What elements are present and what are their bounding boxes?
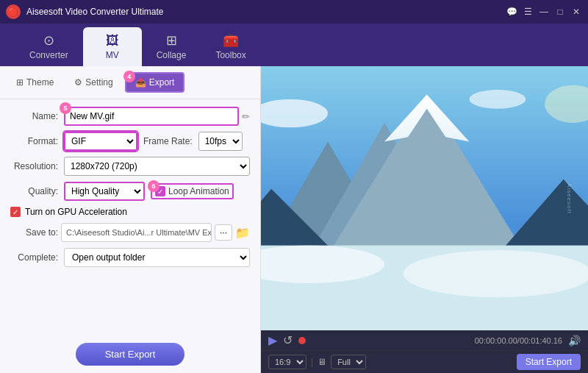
collage-icon: ⊞ (166, 32, 177, 49)
name-row: Name: 5 ✏ (10, 107, 250, 126)
loop-text: Loop Animation (168, 186, 229, 196)
gpu-label: Turn on GPU Acceleration (25, 207, 127, 217)
close-button[interactable]: ✕ (570, 6, 582, 18)
preview-area: Aiseesoft (261, 66, 588, 330)
subtab-export[interactable]: 4 📤 Export (125, 72, 185, 93)
chat-icon[interactable]: 💬 (506, 6, 517, 18)
app-logo: 🔴 (6, 4, 21, 19)
tab-toolbox-label: Toolbox (215, 50, 245, 60)
tab-collage[interactable]: ⊞ Collage (142, 26, 201, 66)
format-label: Format: (10, 136, 58, 146)
maximize-button[interactable]: □ (554, 6, 566, 18)
gpu-row: ✓ Turn on GPU Acceleration (10, 207, 250, 217)
tab-converter[interactable]: ⊙ Converter (15, 26, 83, 66)
toolbox-icon: 🧰 (223, 32, 239, 49)
saveto-label: Save to: (10, 227, 58, 238)
play-button[interactable]: ▶ (268, 333, 277, 347)
resolution-select[interactable]: 1280x720 (720p) 1920x1080 (1080p) (64, 157, 250, 176)
framerate-label: Frame Rate: (143, 136, 193, 146)
nav-tabs: ⊙ Converter 🖼 MV ⊞ Collage 🧰 Toolbox (0, 24, 588, 66)
subtab-setting-label: Setting (85, 77, 112, 88)
menu-icon[interactable]: ☰ (522, 6, 534, 18)
refresh-button[interactable]: ↺ (283, 333, 293, 347)
theme-icon: ⊞ (16, 77, 24, 88)
resolution-label: Resolution: (10, 161, 58, 171)
export-icon: 📤 (135, 77, 146, 88)
complete-label: Complete: (10, 252, 58, 263)
converter-icon: ⊙ (43, 32, 54, 49)
screen-icon: 🖥 (318, 357, 326, 367)
saveto-path: C:\Aiseesoft Studio\Ai...r Ultimate\MV E… (61, 223, 212, 242)
complete-row: Complete: Open output folder Do nothing (10, 248, 250, 267)
right-panel: Aiseesoft ▶ ↺ 00:00:00.00/00:01:40.16 🔊 … (261, 66, 588, 373)
subtab-theme-label: Theme (26, 77, 54, 88)
start-export-left-button[interactable]: Start Export (76, 343, 185, 366)
record-indicator (298, 337, 306, 344)
quality-select[interactable]: High Quality Standard (64, 182, 145, 201)
time-current: 00:00:00.00 (475, 336, 517, 345)
tab-mv-label: MV (106, 50, 119, 60)
resolution-row: Resolution: 1280x720 (720p) 1920x1080 (1… (10, 157, 250, 176)
tab-collage-label: Collage (157, 50, 187, 60)
tab-toolbox[interactable]: 🧰 Toolbox (201, 26, 260, 66)
format-row: Format: GIF MP4 AVI Frame Rate: 10fps 15… (10, 132, 250, 151)
time-total: 00:01:40.16 (520, 336, 562, 345)
quality-row: Quality: High Quality Standard 6 ✓ Loop … (10, 182, 250, 201)
watermark: Aiseesoft (567, 183, 573, 214)
format-select[interactable]: GIF MP4 AVI (64, 132, 137, 151)
svg-point-13 (469, 90, 526, 109)
start-export-right-button[interactable]: Start Export (517, 354, 581, 370)
gpu-checkbox[interactable]: ✓ (10, 207, 21, 217)
loop-label[interactable]: ✓ Loop Animation (155, 186, 229, 196)
mv-icon: 🖼 (106, 33, 119, 49)
edit-icon[interactable]: ✏ (242, 111, 250, 122)
video-controls: ▶ ↺ 00:00:00.00/00:01:40.16 🔊 (261, 330, 588, 350)
subtab-export-label: Export (149, 77, 175, 88)
window-controls: 💬 ☰ — □ ✕ (506, 6, 582, 18)
setting-icon: ⚙ (74, 77, 82, 88)
name-badge: 5 (60, 102, 71, 114)
folder-icon[interactable]: 📁 (235, 226, 250, 240)
loop-container: 6 ✓ Loop Animation (151, 183, 234, 199)
volume-icon[interactable]: 🔊 (568, 335, 581, 347)
ratio-controls: 16:9 4:3 1:1 | 🖥 Full Fit Start Export (261, 350, 588, 373)
tab-mv[interactable]: 🖼 MV (83, 27, 142, 66)
complete-select[interactable]: Open output folder Do nothing (64, 248, 250, 267)
time-display: 00:00:00.00/00:01:40.16 (475, 336, 562, 345)
framerate-select[interactable]: 10fps 15fps 30fps (198, 132, 243, 151)
subtab-setting[interactable]: ⚙ Setting (65, 74, 121, 91)
app-title: Aiseesoft Video Converter Ultimate (26, 7, 506, 17)
export-badge: 4 (123, 71, 135, 82)
svg-point-11 (404, 250, 588, 297)
main-content: ⊞ Theme ⚙ Setting 4 📤 Export Name: 5 (0, 66, 588, 373)
subtab-theme[interactable]: ⊞ Theme (7, 74, 62, 91)
titlebar: 🔴 Aiseesoft Video Converter Ultimate 💬 ☰… (0, 0, 588, 24)
ratio-select[interactable]: 16:9 4:3 1:1 (268, 355, 306, 369)
minimize-button[interactable]: — (538, 6, 550, 18)
saveto-row: Save to: C:\Aiseesoft Studio\Ai...r Ulti… (10, 223, 250, 242)
ratio-sep: | (311, 357, 313, 367)
name-input[interactable] (64, 107, 239, 126)
left-panel: ⊞ Theme ⚙ Setting 4 📤 Export Name: 5 (0, 66, 261, 373)
export-form: Name: 5 ✏ Format: GIF MP4 AVI Frame Rate… (0, 99, 260, 335)
tab-converter-label: Converter (29, 50, 68, 60)
name-label: Name: (10, 111, 58, 121)
preview-video (261, 66, 588, 330)
saveto-browse-button[interactable]: ··· (215, 224, 232, 241)
sub-tabs: ⊞ Theme ⚙ Setting 4 📤 Export (0, 66, 260, 99)
fullscreen-select[interactable]: Full Fit (331, 355, 366, 369)
loop-badge: 6 (148, 180, 159, 192)
quality-label: Quality: (10, 186, 58, 196)
